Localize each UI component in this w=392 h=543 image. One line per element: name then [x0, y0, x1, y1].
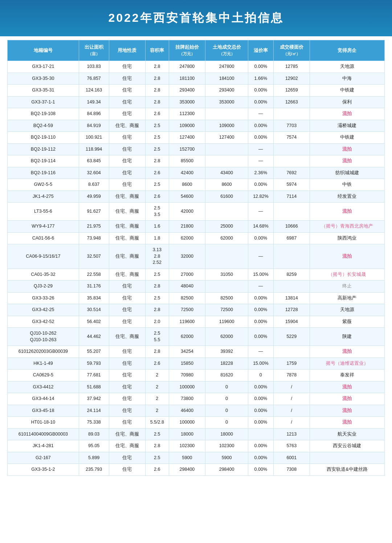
table-cell-2: 住宅: [109, 155, 145, 167]
table-cell-7: 12663: [273, 96, 310, 108]
table-cell-3: 1.6: [145, 221, 169, 233]
table-cell-3: 2.6: [145, 108, 169, 120]
table-cell-4: 70980: [169, 370, 205, 381]
table-cell-0: GX3-44-14: [8, 393, 79, 405]
table-cell-5: 0: [205, 393, 248, 405]
table-cell-8: 中铁建: [310, 132, 384, 144]
table-cell-2: 住宅: [109, 61, 145, 73]
table-cell-4: 54600: [169, 191, 205, 203]
table-cell-0: LT3-55-6: [8, 203, 79, 221]
table-cell-6: 0.00%: [248, 452, 274, 464]
table-cell-6: —: [248, 203, 274, 221]
table-cell-3: 2: [145, 405, 169, 417]
table-cell-8: 流拍: [310, 155, 384, 167]
table-cell-0: GX3-17-21: [8, 61, 79, 73]
table-cell-3: 3.132.82.52: [145, 244, 169, 269]
table-cell-8: 流拍: [310, 405, 384, 417]
table-row: GX3-441251.688住宅210000000.00%/流拍: [8, 381, 385, 393]
table-row: 610114004009GB0000389.03住宅、商服2.518000180…: [8, 428, 385, 440]
table-cell-2: 住宅、商服: [109, 328, 145, 346]
table-cell-8: 流拍: [310, 203, 384, 221]
table-cell-3: 5.5/2.8: [145, 417, 169, 429]
table-cell-7: 15904: [273, 316, 310, 328]
table-cell-0: G2-167: [8, 452, 79, 464]
table-cell-7: /: [273, 393, 310, 405]
table-container: 地籍编号出让面积（亩）用地性质容积率挂牌起始价（万元）土地成交总价（万元）溢价率…: [0, 36, 392, 483]
table-cell-3: 1.8: [145, 232, 169, 244]
table-cell-7: [273, 244, 310, 269]
table-row: BQ2-19-110100.921住宅2.51274001274000.00%7…: [8, 132, 385, 144]
table-cell-2: 住宅、商服: [109, 203, 145, 221]
table-cell-1: 5.899: [79, 452, 109, 464]
table-cell-0: BQ2-4-59: [8, 120, 79, 132]
table-cell-0: WY9-4-177: [8, 221, 79, 233]
table-cell-6: 0.00%: [248, 405, 274, 417]
table-cell-5: [205, 203, 248, 221]
table-cell-2: 住宅: [109, 179, 145, 191]
table-cell-5: 109000: [205, 120, 248, 132]
table-cell-3: 2.5: [145, 132, 169, 144]
title-section: 2022年西安首轮集中土拍信息: [0, 0, 392, 36]
table-cell-4: 15850: [169, 358, 205, 370]
table-cell-5: 0: [205, 381, 248, 393]
table-cell-1: 51.688: [79, 381, 109, 393]
table-cell-2: 住宅: [109, 292, 145, 304]
table-cell-2: 住宅: [109, 370, 145, 381]
table-cell-7: /: [273, 417, 310, 429]
table-cell-0: GX3-35-1-2: [8, 464, 79, 476]
table-cell-6: —: [248, 281, 274, 293]
data-table: 地籍编号出让面积（亩）用地性质容积率挂牌起始价（万元）土地成交总价（万元）溢价率…: [7, 40, 385, 476]
table-cell-2: 住宅、商服: [109, 221, 145, 233]
table-cell-6: [248, 428, 274, 440]
table-cell-7: 10666: [273, 221, 310, 233]
table-cell-8: 流拍: [310, 381, 384, 393]
table-cell-4: 85500: [169, 155, 205, 167]
table-cell-5: 62000: [205, 232, 248, 244]
table-cell-7: 7703: [273, 120, 310, 132]
table-cell-8: 经发置业: [310, 191, 384, 203]
table-cell-3: 2.53.5: [145, 203, 169, 221]
table-cell-5: 0: [205, 405, 248, 417]
table-cell-5: 25000: [205, 221, 248, 233]
table-row: BQ2-19-112118.994住宅2.5152700—流拍: [8, 143, 385, 155]
table-cell-5: 18000: [205, 428, 248, 440]
table-cell-1: 95.05: [79, 440, 109, 452]
table-cell-6: 0.00%: [248, 292, 274, 304]
table-cell-4: 293400: [169, 85, 205, 97]
table-cell-0: 610114004009GB00003: [8, 428, 79, 440]
table-row: JK1-4-28195.05住宅、商服2.81023001023000.00%5…: [8, 440, 385, 452]
table-cell-7: 1213: [273, 428, 310, 440]
table-cell-7: 13814: [273, 292, 310, 304]
table-row: GX3-35-31124.163住宅2.82934002934000.00%12…: [8, 85, 385, 97]
page-title: 2022年西安首轮集中土拍信息: [7, 10, 385, 26]
table-row: GX3-45-1824.114住宅24640000.00%/流拍: [8, 405, 385, 417]
table-cell-0: JK1-4-281: [8, 440, 79, 452]
table-cell-3: 2.8: [145, 155, 169, 167]
table-cell-2: 住宅: [109, 281, 145, 293]
table-cell-5: [205, 155, 248, 167]
page-wrapper: 2022年西安首轮集中土拍信息 地籍编号出让面积（亩）用地性质容积率挂牌起始价（…: [0, 0, 392, 483]
table-cell-4: 21800: [169, 221, 205, 233]
table-cell-1: 30.514: [79, 304, 109, 316]
table-cell-3: 2.8: [145, 281, 169, 293]
table-cell-3: 2: [145, 381, 169, 393]
table-cell-1: 32.507: [79, 244, 109, 269]
table-cell-0: BQ2-19-108: [8, 108, 79, 120]
table-cell-6: 0.00%: [248, 464, 274, 476]
table-cell-0: QJ10-10-262QJ10-10-263: [8, 328, 79, 346]
table-cell-3: 2.6: [145, 358, 169, 370]
table-cell-5: 102300: [205, 440, 248, 452]
table-cell-2: 住宅: [109, 417, 145, 429]
table-row: GX3-35-1-2235.793住宅2.62984002984000.00%7…: [8, 464, 385, 476]
table-cell-1: 73.948: [79, 232, 109, 244]
table-cell-7: 7878: [273, 370, 310, 381]
table-cell-2: 住宅: [109, 358, 145, 370]
table-cell-4: 42400: [169, 167, 205, 179]
table-cell-4: 100000: [169, 417, 205, 429]
table-cell-3: 2.5: [145, 269, 169, 281]
table-cell-4: 8600: [169, 179, 205, 191]
table-cell-7: [273, 346, 310, 358]
table-cell-5: 31050: [205, 269, 248, 281]
table-cell-8: 中海: [310, 73, 384, 85]
table-cell-0: GX3-42-25: [8, 304, 79, 316]
